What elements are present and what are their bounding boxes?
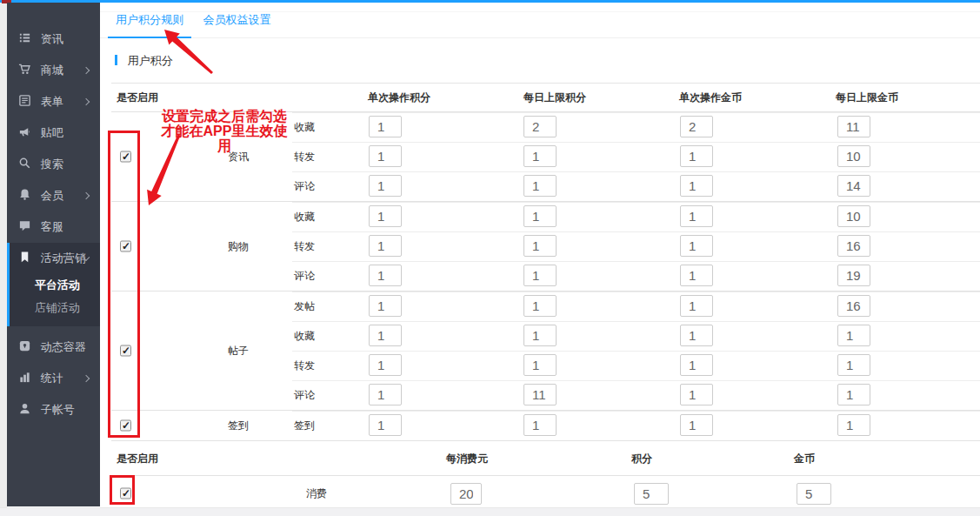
- sidebar-item-forms[interactable]: 表单: [7, 86, 100, 117]
- annotation-box-consume-checkbox: [110, 475, 135, 505]
- daily-limit-coins-input[interactable]: [837, 235, 870, 257]
- daily-limit-points-input[interactable]: [523, 175, 557, 197]
- per-action-coins-input[interactable]: [680, 384, 713, 405]
- daily-limit-points-input[interactable]: [523, 295, 557, 317]
- tab-bar: 用户积分规则 会员权益设置: [100, 3, 980, 38]
- per-action-points-input[interactable]: [369, 325, 402, 346]
- daily-limit-coins-input[interactable]: [837, 384, 870, 405]
- chat-icon: [18, 219, 31, 232]
- sidebar-item-shop-activity[interactable]: 店铺活动: [7, 297, 100, 319]
- consume-table-header: 是否启用 每消费元 积分 金币: [111, 441, 980, 476]
- action-label: 评论: [294, 388, 315, 403]
- per-action-points-input[interactable]: [369, 175, 402, 197]
- table-row: 发帖: [111, 292, 980, 321]
- col-header-per-action-coins: 单次操作金币: [679, 90, 742, 105]
- daily-limit-coins-input[interactable]: [837, 354, 870, 376]
- per-action-points-input[interactable]: [369, 145, 402, 167]
- action-label: 收藏: [294, 120, 315, 135]
- per-action-coins-input[interactable]: [680, 325, 713, 346]
- per-yuan-input[interactable]: [450, 483, 482, 505]
- daily-limit-coins-input[interactable]: [837, 265, 870, 286]
- per-action-points-input[interactable]: [369, 414, 402, 436]
- col-header-daily-limit-points: 每日上限积分: [523, 90, 586, 105]
- action-label: 转发: [294, 239, 315, 254]
- daily-limit-coins-input[interactable]: [837, 145, 870, 167]
- daily-limit-coins-input[interactable]: [837, 325, 870, 346]
- chart-icon: [18, 371, 31, 384]
- col-header-coins: 金币: [794, 451, 815, 466]
- annotation-line1: 设置完成之后需勾选: [157, 109, 292, 124]
- daily-limit-coins-input[interactable]: [837, 116, 870, 137]
- sidebar-item-search[interactable]: 搜索: [7, 149, 100, 180]
- per-action-coins-input[interactable]: [680, 116, 713, 137]
- per-action-points-input[interactable]: [369, 265, 402, 286]
- sidebar-item-news[interactable]: 资讯: [7, 23, 100, 55]
- per-action-coins-input[interactable]: [680, 295, 713, 317]
- table-row: 收藏: [111, 202, 980, 231]
- daily-limit-coins-input[interactable]: [837, 295, 870, 317]
- daily-limit-coins-input[interactable]: [837, 175, 870, 197]
- page-title: 用户积分: [128, 54, 173, 67]
- tab-user-points-rules[interactable]: 用户积分规则: [108, 3, 191, 38]
- sidebar-item-tieba[interactable]: 贴吧: [7, 117, 100, 149]
- per-action-points-input[interactable]: [369, 354, 402, 376]
- table-row: 消费: [111, 476, 980, 511]
- sidebar-item-marketing[interactable]: 活动营销: [7, 243, 100, 274]
- cart-icon: [18, 63, 31, 76]
- form-icon: [18, 94, 31, 107]
- per-action-coins-input[interactable]: [680, 145, 713, 167]
- per-action-points-input[interactable]: [369, 205, 402, 227]
- per-action-points-input[interactable]: [369, 384, 402, 405]
- sidebar-item-label: 贴吧: [41, 126, 63, 139]
- per-action-coins-input[interactable]: [680, 235, 713, 257]
- consume-table: 是否启用 每消费元 积分 金币 消费: [111, 441, 980, 511]
- action-label: 转发: [294, 150, 315, 164]
- table-row: 签到: [111, 411, 980, 440]
- daily-limit-coins-input[interactable]: [837, 205, 870, 227]
- horn-icon: [18, 125, 31, 138]
- sidebar-item-label: 表单: [41, 95, 63, 108]
- sidebar-item-mall[interactable]: 商城: [7, 55, 100, 86]
- section-accent-bar: [115, 55, 117, 65]
- coins-input[interactable]: [797, 483, 831, 505]
- per-action-points-input[interactable]: [369, 295, 402, 317]
- daily-limit-coins-input[interactable]: [837, 414, 870, 436]
- daily-limit-points-input[interactable]: [523, 384, 557, 405]
- action-label: 收藏: [294, 210, 315, 224]
- per-action-points-input[interactable]: [369, 235, 402, 257]
- sidebar-item-statistics[interactable]: 统计: [7, 363, 100, 394]
- daily-limit-points-input[interactable]: [523, 265, 557, 286]
- daily-limit-points-input[interactable]: [523, 205, 557, 227]
- sidebar-item-dynamic-container[interactable]: 动态容器: [7, 332, 100, 363]
- points-input[interactable]: [634, 483, 669, 505]
- sidebar-item-subaccount[interactable]: 子帐号: [7, 394, 100, 426]
- sidebar-item-service[interactable]: 客服: [7, 211, 100, 243]
- annotation-box-checkboxes: [108, 131, 140, 438]
- sidebar-item-label: 客服: [41, 220, 63, 233]
- per-action-coins-input[interactable]: [680, 354, 713, 376]
- daily-limit-points-input[interactable]: [523, 116, 557, 137]
- daily-limit-points-input[interactable]: [523, 325, 557, 346]
- per-action-points-input[interactable]: [369, 116, 402, 137]
- per-action-coins-input[interactable]: [680, 414, 713, 436]
- daily-limit-points-input[interactable]: [523, 235, 557, 257]
- sidebar-item-members[interactable]: 会员: [7, 180, 100, 211]
- per-action-coins-input[interactable]: [680, 205, 713, 227]
- bell-icon: [18, 188, 31, 201]
- annotation-note: 设置完成之后需勾选 才能在APP里生效使用: [157, 109, 292, 153]
- per-action-coins-input[interactable]: [680, 175, 713, 197]
- sidebar-item-platform-activity[interactable]: 平台活动: [7, 274, 100, 297]
- sidebar-group-marketing: 活动营销 平台活动 店铺活动: [7, 243, 100, 326]
- sidebar: 资讯 商城 表单 贴吧 搜索 会员: [7, 3, 100, 506]
- points-group-checkin: 签到 签到: [111, 411, 980, 441]
- table-row: 评论: [111, 171, 980, 201]
- per-action-coins-input[interactable]: [680, 265, 713, 286]
- daily-limit-points-input[interactable]: [523, 414, 557, 436]
- admin-points-settings-page: 资讯 商城 表单 贴吧 搜索 会员: [0, 0, 980, 516]
- sidebar-item-label: 搜索: [41, 157, 63, 171]
- tab-member-benefits[interactable]: 会员权益设置: [195, 3, 278, 37]
- chevron-right-icon: [83, 375, 90, 382]
- action-label: 收藏: [294, 329, 315, 344]
- daily-limit-points-input[interactable]: [523, 354, 557, 376]
- daily-limit-points-input[interactable]: [523, 145, 557, 167]
